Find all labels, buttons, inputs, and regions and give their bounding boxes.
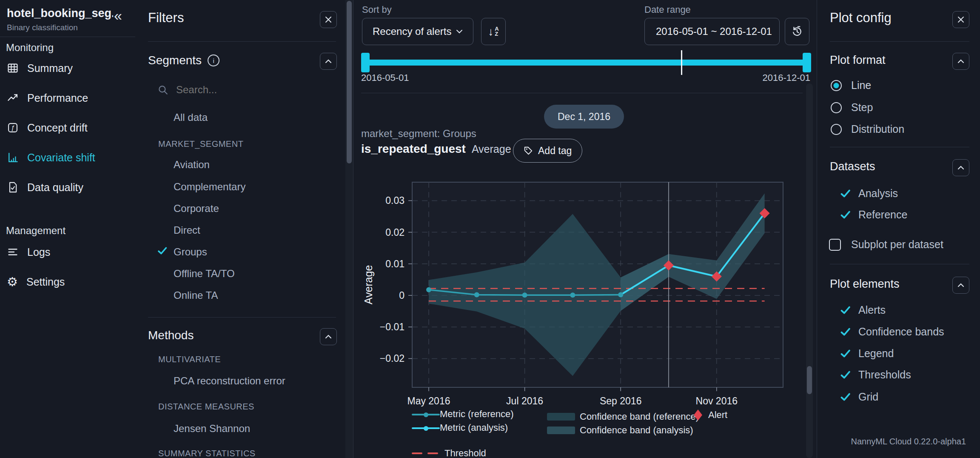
radio-step[interactable]: Step bbox=[831, 101, 873, 114]
drift-chart[interactable]: 0.030.020.010−0.01−0.02May 2016Jul 2016S… bbox=[358, 175, 800, 413]
radio-line[interactable]: Line bbox=[831, 79, 871, 92]
date-range-input[interactable]: 2016-05-01 ~ 2016-12-01 bbox=[644, 18, 780, 45]
radio-distribution[interactable]: Distribution bbox=[831, 123, 904, 135]
plot-config-title: Plot config bbox=[830, 10, 892, 26]
legend-item-band-reference[interactable]: Confidence band (reference) bbox=[547, 411, 699, 422]
check-icon bbox=[840, 189, 851, 198]
sidebar: hotel_booking_seg... Binary classificati… bbox=[0, 0, 136, 458]
plot-elements-collapse-button[interactable] bbox=[952, 277, 969, 294]
segment-item-all-data[interactable]: All data bbox=[174, 112, 208, 123]
chart-metric-name: is_repeated_guest bbox=[361, 142, 466, 156]
method-item[interactable]: Jensen Shannon bbox=[174, 423, 250, 435]
method-item[interactable]: PCA reconstruction error bbox=[174, 375, 285, 387]
segments-collapse-button[interactable] bbox=[320, 53, 337, 70]
bar-chart-icon bbox=[7, 152, 19, 163]
dataset-item-analysis[interactable]: Analysis bbox=[840, 187, 898, 200]
slider-marker[interactable] bbox=[681, 50, 682, 75]
filters-panel: Filters Segments i All data MARKET_SEGME… bbox=[135, 0, 345, 458]
chart-metric-suffix: Average bbox=[472, 143, 511, 155]
chevron-down-icon bbox=[456, 29, 463, 34]
segment-item[interactable]: Groups bbox=[174, 246, 207, 258]
scrollbar-thumb[interactable] bbox=[347, 1, 352, 163]
sort-by-label: Sort by bbox=[362, 4, 392, 15]
legend-item-metric-reference[interactable]: Metric (reference) bbox=[412, 414, 440, 415]
methods-collapse-button[interactable] bbox=[320, 328, 337, 345]
dataset-item-reference[interactable]: Reference bbox=[840, 209, 907, 221]
slider-handle-end[interactable] bbox=[803, 53, 811, 72]
checkbox-label: Subplot per dataset bbox=[851, 238, 943, 251]
sort-by-select[interactable]: Recency of alerts bbox=[362, 18, 473, 45]
subplot-per-dataset-checkbox[interactable]: Subplot per dataset bbox=[829, 238, 943, 251]
legend-swatch-alert bbox=[694, 409, 702, 421]
legend-swatch-line-reference bbox=[412, 414, 440, 415]
filters-close-button[interactable] bbox=[320, 11, 337, 28]
legend-swatch-threshold bbox=[412, 452, 440, 454]
slider-handle-start[interactable] bbox=[361, 53, 370, 72]
legend-item-threshold[interactable]: Threshold bbox=[412, 448, 486, 458]
methods-group-label: SUMMARY STATISTICS bbox=[158, 449, 256, 458]
segments-search-input[interactable] bbox=[175, 83, 305, 96]
segment-item[interactable]: Complementary bbox=[174, 181, 245, 193]
svg-text:Sep 2016: Sep 2016 bbox=[600, 395, 641, 406]
check-icon bbox=[840, 306, 851, 314]
segment-group-label: MARKET_SEGMENT bbox=[158, 139, 243, 149]
sidebar-item-label: Summary bbox=[27, 62, 73, 74]
svg-text:−0.02: −0.02 bbox=[380, 353, 405, 364]
sidebar-item-performance[interactable]: Performance bbox=[0, 86, 135, 110]
segment-item[interactable]: Corporate bbox=[174, 203, 219, 215]
sort-direction-button[interactable]: ↓ AZ bbox=[481, 18, 506, 45]
legend-swatch-line-analysis bbox=[412, 427, 440, 429]
sidebar-item-covariate-shift[interactable]: Covariate shift bbox=[0, 146, 135, 169]
plot-element-thresholds[interactable]: Thresholds bbox=[840, 369, 911, 381]
table-icon bbox=[7, 62, 19, 74]
svg-text:0.01: 0.01 bbox=[385, 258, 405, 269]
date-slider-track[interactable] bbox=[365, 60, 807, 66]
main-content: Sort by Recency of alerts ↓ AZ Date rang… bbox=[353, 0, 817, 458]
svg-text:Jul 2016: Jul 2016 bbox=[506, 395, 543, 406]
chevron-up-icon bbox=[957, 283, 964, 287]
sidebar-item-concept-drift[interactable]: ƒ Concept drift bbox=[0, 116, 135, 140]
chevron-up-icon bbox=[325, 59, 332, 63]
plot-element-confidence-bands[interactable]: Confidence bands bbox=[840, 326, 944, 338]
slider-end-label: 2016-12-01 bbox=[762, 72, 810, 83]
info-icon[interactable]: i bbox=[208, 54, 219, 66]
methods-group-label: DISTANCE MEASURES bbox=[158, 402, 254, 412]
sidebar-item-summary[interactable]: Summary bbox=[0, 56, 135, 80]
legend-item-alert[interactable]: Alert bbox=[694, 409, 727, 421]
plot-config-panel: Plot config Plot format Line Step Distri… bbox=[817, 0, 980, 458]
add-tag-button[interactable]: Add tag bbox=[513, 139, 582, 163]
model-title: hotel_booking_seg... bbox=[7, 7, 113, 20]
plot-element-alerts[interactable]: Alerts bbox=[840, 304, 886, 316]
segment-item[interactable]: Aviation bbox=[174, 159, 210, 171]
radio-icon bbox=[831, 80, 842, 91]
filters-scrollbar[interactable] bbox=[345, 0, 353, 458]
svg-text:−0.01: −0.01 bbox=[380, 321, 405, 332]
date-range-value: 2016-05-01 ~ 2016-12-01 bbox=[656, 26, 772, 37]
sidebar-collapse-icon[interactable]: « bbox=[114, 7, 122, 24]
plot-element-grid[interactable]: Grid bbox=[840, 391, 878, 403]
plot-config-close-button[interactable] bbox=[952, 11, 969, 28]
sidebar-item-data-quality[interactable]: Data quality bbox=[0, 175, 135, 199]
legend-label: Metric (reference) bbox=[440, 409, 514, 420]
sidebar-item-label: Settings bbox=[26, 276, 65, 288]
history-icon bbox=[791, 26, 803, 37]
legend-item-band-analysis[interactable]: Confidence band (analysis) bbox=[547, 425, 693, 436]
date-history-button[interactable] bbox=[785, 18, 809, 45]
legend-item-metric-analysis[interactable]: Metric (analysis) bbox=[412, 427, 440, 429]
sidebar-item-logs[interactable]: Logs bbox=[0, 240, 135, 264]
plot-element-legend[interactable]: Legend bbox=[840, 347, 894, 360]
datasets-collapse-button[interactable] bbox=[952, 159, 969, 176]
svg-text:0.03: 0.03 bbox=[385, 195, 405, 206]
segment-item[interactable]: Offline TA/TO bbox=[174, 268, 235, 280]
check-icon bbox=[157, 247, 168, 255]
segment-item[interactable]: Online TA bbox=[174, 289, 218, 301]
svg-text:ƒ: ƒ bbox=[11, 124, 14, 131]
main-scrollbar[interactable] bbox=[806, 83, 813, 458]
radio-icon bbox=[831, 102, 842, 113]
date-badge: Dec 1, 2016 bbox=[544, 105, 624, 129]
plot-format-collapse-button[interactable] bbox=[952, 53, 969, 70]
app-version: NannyML Cloud 0.22.0-alpha1 bbox=[851, 437, 966, 447]
segment-item[interactable]: Direct bbox=[174, 224, 200, 236]
sidebar-item-settings[interactable]: ⚙ Settings bbox=[0, 270, 135, 294]
scrollbar-thumb[interactable] bbox=[807, 366, 812, 394]
